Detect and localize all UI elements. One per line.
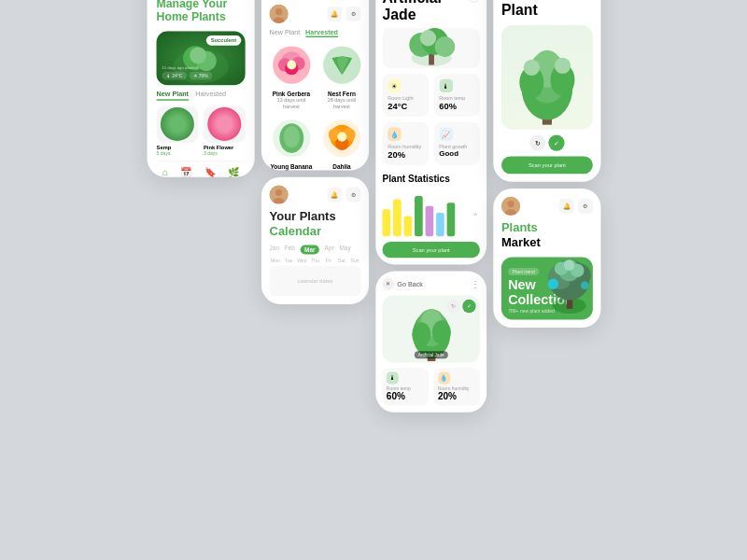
- market-title: Plants Market: [500, 221, 592, 250]
- growth-icon: 📈: [439, 128, 452, 141]
- refresh-btn[interactable]: ↻: [529, 135, 545, 151]
- detail-temp-value: 60%: [386, 391, 424, 402]
- nav-home[interactable]: ⌂: [162, 167, 168, 177]
- bar-7: [446, 203, 455, 236]
- tab-harvested[interactable]: Harvested: [195, 91, 226, 101]
- tree-display: Artificial Jade ↻ ✓: [382, 296, 479, 363]
- screen-scan-plant: ✕ Go Back ⋮ Scan Your Plant: [493, 0, 600, 182]
- settings-icon-cal[interactable]: ⚙: [345, 187, 360, 202]
- screen-home: 🔔 ⚙ Manage Your Home Plants Succulen: [147, 0, 254, 177]
- month-apr[interactable]: Apr: [324, 245, 333, 254]
- plant-hero[interactable]: Succulent 11 days ago planted 🌡 24°C ☀ 7…: [156, 31, 245, 85]
- plant-card-4[interactable]: Dahila 11 days until harvest: [319, 116, 363, 170]
- bar-3: [403, 217, 412, 237]
- calendar-months: Jan Feb Mar Apr May: [269, 245, 360, 254]
- detail-humidity-value: 20%: [437, 391, 475, 402]
- plant-statistics-chart: w: [382, 189, 479, 236]
- sun-icon: ☀: [388, 79, 401, 92]
- notif-icon-2[interactable]: 🔔: [327, 7, 342, 21]
- chart-label-w: w: [473, 212, 477, 217]
- screen-plants-market: 🔔 ⚙ Plants Market Plant trend New Collec…: [493, 189, 600, 327]
- tab-harvested-2[interactable]: Harvested: [305, 28, 338, 36]
- month-mar[interactable]: Mar: [300, 245, 318, 254]
- collection-label: Plant trend: [508, 267, 539, 274]
- collection-plant-img: [541, 257, 592, 315]
- scan-tree-display: [500, 25, 592, 130]
- jade-plant-img: [382, 28, 479, 68]
- bar-5: [425, 206, 433, 236]
- screen2-tabs: New Plant Harvested: [269, 28, 360, 36]
- plant-statistics-title: Plant Statistics: [382, 174, 479, 185]
- nav-leaf[interactable]: 🌿: [227, 167, 238, 177]
- confirm-icon[interactable]: ✓: [462, 300, 475, 313]
- plant-card-2[interactable]: Nest Fern 28 days until harvest: [319, 43, 363, 109]
- humidity-icon: 💧: [388, 128, 401, 141]
- plant-item-2[interactable]: Pink Flower 3 days: [203, 105, 245, 155]
- avatar-market[interactable]: [500, 197, 519, 216]
- settings-icon-market[interactable]: ⚙: [578, 199, 593, 214]
- detail-stat-humidity: 💧 Room humidity 20%: [433, 368, 479, 405]
- action-icons-row: ↻ ✓: [500, 135, 592, 151]
- temp-icon: 🌡: [439, 79, 452, 92]
- nav-bookmark[interactable]: 🔖: [204, 167, 215, 177]
- bottom-nav: ⌂ 📅 🔖 🌿: [156, 161, 245, 176]
- jade-title: Artificial Jade: [382, 0, 441, 22]
- month-feb[interactable]: Feb: [284, 245, 294, 254]
- scan-bottom-bar[interactable]: Scan your plant: [382, 242, 479, 258]
- plant-item-1[interactable]: Semp 5 days: [156, 105, 198, 155]
- plant1-card-days: 13 days until harvest: [269, 97, 313, 109]
- heart-icon[interactable]: ♡: [467, 0, 479, 2]
- screen-plant-list: 🔔 ⚙ New Plant Harvested: [261, 0, 368, 170]
- page-title: Manage Your Home Plants: [156, 0, 245, 24]
- refresh-icon[interactable]: ↻: [446, 300, 459, 313]
- avatar-cal[interactable]: [269, 185, 288, 203]
- plant-card-3[interactable]: Young Banana 27 days until harvest: [269, 116, 313, 170]
- bar-4: [415, 196, 423, 236]
- bar-1: [382, 209, 390, 236]
- ar-label: Artificial Jade: [414, 351, 447, 358]
- detail-humidity-icon: 💧: [437, 372, 449, 385]
- confirm-btn[interactable]: ✓: [548, 135, 564, 151]
- scan-bottom-btn[interactable]: Scan your plant: [500, 157, 592, 175]
- plant1-name: Semp: [156, 145, 198, 150]
- screen-calendar: 🔔 ⚙ Your Plants Calendar Jan Feb Mar Apr…: [261, 177, 368, 304]
- more-icon[interactable]: ⋮: [470, 279, 479, 290]
- plant1-card-name: Pink Gerbera: [269, 91, 313, 97]
- plant3-card-name: Young Banana: [269, 163, 313, 170]
- plants-list: Pink Gerbera 13 days until harvest Nest …: [269, 43, 360, 171]
- stat-room-light: ☀ Room Light 24°C: [382, 74, 428, 117]
- light-stat: ☀ 70%: [189, 71, 211, 79]
- stat-room-temp: 🌡 Room temp 60%: [433, 74, 479, 117]
- tab-new-plant[interactable]: New Plant: [156, 91, 188, 101]
- go-back-btn[interactable]: ✕ Go Back: [382, 278, 422, 290]
- plant-tabs: New Plant Harvested: [156, 91, 245, 101]
- bar-6: [436, 213, 444, 236]
- nav-calendar[interactable]: 📅: [180, 167, 191, 177]
- stat-growth: 📈 Plant growth Good: [433, 122, 479, 165]
- settings-icon-2[interactable]: ⚙: [345, 7, 360, 21]
- calendar-grid: calendar dates: [269, 266, 360, 296]
- go-back-label: Go Back: [397, 280, 423, 287]
- notif-icon-cal[interactable]: 🔔: [327, 187, 342, 202]
- plant2-card-days: 28 days until harvest: [319, 97, 363, 109]
- plant2-name: Pink Flower: [203, 145, 245, 150]
- scan-title: Scan Your Plant: [500, 0, 592, 19]
- stat-humidity: 💧 Room humidity 20%: [382, 122, 428, 165]
- detail-stats: 🌡 Room temp 60% 💧 Room humidity 20%: [382, 368, 479, 405]
- calendar-title: Your Plants Calendar: [269, 209, 360, 238]
- month-may[interactable]: May: [339, 245, 350, 254]
- plant-sub: 11 days ago planted: [162, 65, 212, 69]
- avatar-2[interactable]: [269, 5, 288, 23]
- plants-grid: Semp 5 days Pink Flower 3 days: [156, 105, 245, 155]
- month-jan[interactable]: Jan: [269, 245, 278, 254]
- plant-name-badge: Succulent: [205, 35, 241, 46]
- screen-jade-stats: Scan your plant Artificial Jade ♡: [375, 0, 486, 264]
- close-icon[interactable]: ✕: [382, 278, 394, 290]
- plant-card-1[interactable]: Pink Gerbera 13 days until harvest: [269, 43, 313, 109]
- new-collection-card[interactable]: Plant trend New Collection 789+ new plan…: [500, 257, 592, 319]
- detail-temp-icon: 🌡: [386, 372, 398, 385]
- plant2-card-name: Nest Fern: [319, 91, 363, 97]
- notif-icon-market[interactable]: 🔔: [558, 199, 573, 214]
- detail-stat-temp: 🌡 Room temp 60%: [382, 368, 428, 405]
- tab-new-plant-2[interactable]: New Plant: [269, 28, 300, 36]
